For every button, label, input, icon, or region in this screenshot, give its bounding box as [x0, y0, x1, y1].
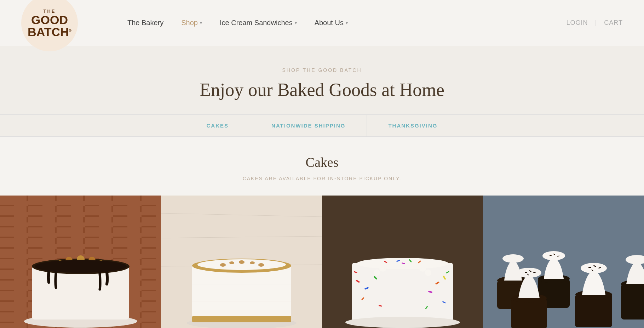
- shop-subtitle: SHOP THE GOOD BATCH: [7, 67, 637, 73]
- svg-rect-22: [192, 316, 291, 322]
- cakes-heading: Cakes: [21, 154, 623, 170]
- svg-point-28: [250, 261, 255, 264]
- svg-rect-21: [192, 265, 291, 321]
- logo-text-good: GOOD: [31, 14, 68, 26]
- svg-point-66: [542, 251, 565, 260]
- svg-point-63: [502, 254, 524, 263]
- cart-button[interactable]: CART: [604, 19, 623, 27]
- svg-point-15: [35, 260, 127, 273]
- product-image-4: [483, 196, 644, 328]
- svg-rect-77: [575, 295, 612, 327]
- logo[interactable]: THE GOOD BATCH®: [21, 0, 78, 51]
- nav-item-ice-cream[interactable]: Ice Cream Sandwiches ▾: [213, 16, 304, 30]
- svg-point-72: [517, 268, 541, 278]
- svg-rect-73: [525, 272, 527, 273]
- header-right: LOGIN | CART: [567, 19, 623, 27]
- filter-tab-cakes[interactable]: CAKES: [185, 115, 251, 136]
- svg-rect-84: [621, 284, 644, 319]
- shop-title: Enjoy our Baked Goods at Home: [7, 79, 637, 100]
- product-image-2: [161, 196, 322, 328]
- product-card-4[interactable]: [483, 196, 644, 328]
- filter-tab-shipping[interactable]: NATIONWIDE SHIPPING: [250, 115, 367, 136]
- product-grid: [0, 196, 644, 328]
- svg-rect-6: [32, 266, 129, 319]
- header: THE GOOD BATCH® The Bakery Shop ▾ Ice Cr…: [0, 0, 644, 46]
- svg-rect-80: [588, 267, 591, 268]
- svg-rect-67: [550, 255, 552, 256]
- login-button[interactable]: LOGIN: [567, 19, 588, 27]
- svg-point-79: [581, 263, 607, 273]
- svg-point-29: [258, 263, 264, 267]
- logo-text-batch: BATCH®: [28, 26, 71, 38]
- shop-hero: SHOP THE GOOD BATCH Enjoy our Baked Good…: [0, 46, 644, 114]
- product-image-3: [322, 196, 483, 328]
- product-card-2[interactable]: [161, 196, 322, 328]
- svg-point-34: [345, 317, 460, 328]
- filter-tab-thanksgiving[interactable]: THANKSGIVING: [367, 115, 459, 136]
- chevron-down-icon: ▾: [346, 21, 348, 26]
- svg-point-51: [425, 270, 431, 276]
- svg-point-50: [374, 270, 380, 276]
- cakes-section: Cakes CAKES ARE AVAILABLE FOR IN-STORE P…: [0, 137, 644, 196]
- filter-bar: CAKES NATIONWIDE SHIPPING THANKSGIVING: [0, 114, 644, 137]
- main-nav: The Bakery Shop ▾ Ice Cream Sandwiches ▾…: [120, 16, 567, 30]
- nav-item-about[interactable]: About Us ▾: [307, 16, 355, 30]
- svg-point-27: [239, 260, 245, 264]
- product-image-1: [0, 196, 161, 328]
- svg-point-25: [220, 263, 226, 267]
- product-card-1[interactable]: [0, 196, 161, 328]
- svg-rect-33: [352, 263, 453, 321]
- svg-point-26: [229, 261, 234, 264]
- product-card-3[interactable]: [322, 196, 483, 328]
- chevron-down-icon: ▾: [295, 21, 297, 26]
- nav-divider: |: [595, 19, 597, 27]
- chevron-down-icon: ▾: [200, 21, 202, 26]
- logo-reg: ®: [69, 28, 71, 32]
- nav-item-shop[interactable]: Shop ▾: [174, 16, 209, 30]
- cakes-subtext: CAKES ARE AVAILABLE FOR IN-STORE PICKUP …: [21, 176, 623, 181]
- nav-item-bakery[interactable]: The Bakery: [120, 16, 171, 30]
